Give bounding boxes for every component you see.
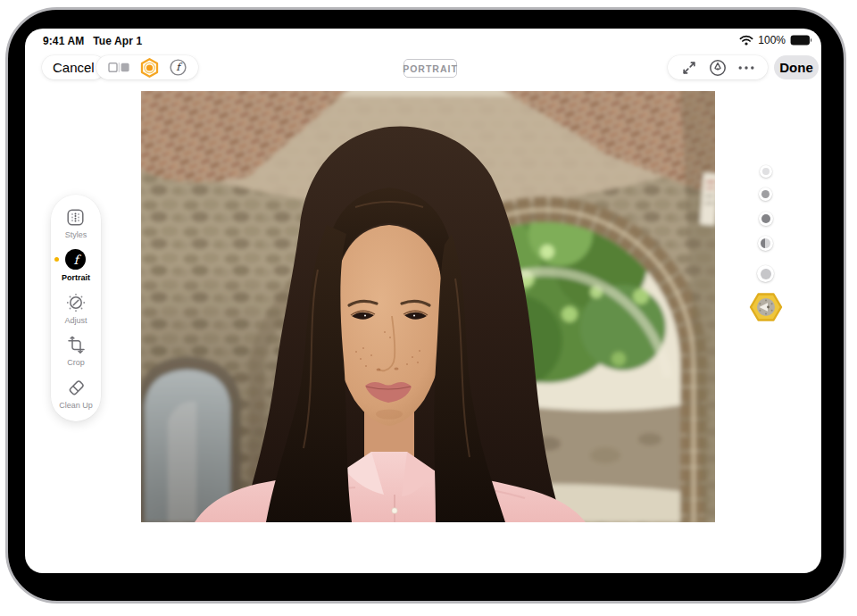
portrait-light-option-4[interactable] bbox=[758, 236, 773, 251]
portrait-tool-group: f bbox=[96, 55, 198, 79]
more-icon[interactable] bbox=[738, 65, 754, 71]
expand-icon[interactable] bbox=[681, 60, 697, 76]
sidebar-item-crop[interactable]: Crop bbox=[65, 334, 87, 367]
sidebar-item-label: Styles bbox=[65, 230, 87, 239]
status-time: 9:41 AM bbox=[43, 35, 84, 47]
portrait-light-option-3[interactable] bbox=[759, 212, 773, 226]
done-button[interactable]: Done bbox=[774, 55, 819, 79]
crop-icon bbox=[65, 334, 87, 355]
mode-badge-label: PORTRAIT bbox=[403, 63, 458, 74]
page: 9:41 AM Tue Apr 1 100% Cancel bbox=[0, 0, 857, 616]
portrait-lighting-hexagon-icon[interactable] bbox=[140, 58, 159, 78]
markup-icon[interactable] bbox=[709, 59, 727, 77]
styles-icon bbox=[65, 206, 87, 228]
adjust-dial-icon bbox=[65, 292, 87, 313]
status-date: Tue Apr 1 bbox=[93, 35, 142, 47]
cancel-label: Cancel bbox=[53, 60, 95, 75]
portrait-light-option-5[interactable] bbox=[757, 265, 774, 282]
portrait-photo-graphic bbox=[141, 91, 715, 522]
status-bar-right: 100% bbox=[739, 34, 812, 46]
clean-up-eraser-icon bbox=[65, 377, 87, 398]
compare-before-after-icon[interactable] bbox=[108, 62, 129, 73]
edit-tools-sidebar: Styles f Portrait bbox=[51, 195, 101, 421]
portrait-light-option-2[interactable] bbox=[759, 187, 772, 201]
photos-edit-screen: 9:41 AM Tue Apr 1 100% Cancel bbox=[25, 29, 821, 573]
sidebar-item-clean-up[interactable]: Clean Up bbox=[59, 377, 93, 410]
portrait-light-option-1[interactable] bbox=[760, 165, 772, 178]
svg-text:f: f bbox=[176, 61, 183, 73]
sidebar-item-label: Clean Up bbox=[59, 401, 93, 410]
aperture-f-icon[interactable]: f bbox=[170, 59, 187, 76]
hexagon-aperture-dial-icon[interactable] bbox=[749, 292, 783, 322]
status-bar-left: 9:41 AM Tue Apr 1 bbox=[43, 35, 142, 47]
sidebar-item-label: Crop bbox=[67, 358, 85, 367]
sidebar-item-styles[interactable]: Styles bbox=[65, 206, 87, 239]
portrait-f-icon: f bbox=[65, 249, 87, 271]
sidebar-item-label: Portrait bbox=[62, 273, 90, 282]
mode-badge: PORTRAIT bbox=[404, 59, 457, 78]
battery-percent: 100% bbox=[758, 34, 786, 46]
photo-canvas[interactable] bbox=[141, 91, 715, 522]
done-label: Done bbox=[779, 60, 813, 75]
sidebar-item-label: Adjust bbox=[64, 316, 87, 325]
battery-icon bbox=[790, 35, 812, 46]
view-control-group bbox=[668, 55, 768, 79]
selected-indicator-dot bbox=[54, 257, 59, 262]
wifi-icon bbox=[739, 35, 753, 46]
sidebar-item-portrait[interactable]: f Portrait bbox=[62, 249, 90, 282]
sidebar-item-adjust[interactable]: Adjust bbox=[64, 292, 87, 325]
